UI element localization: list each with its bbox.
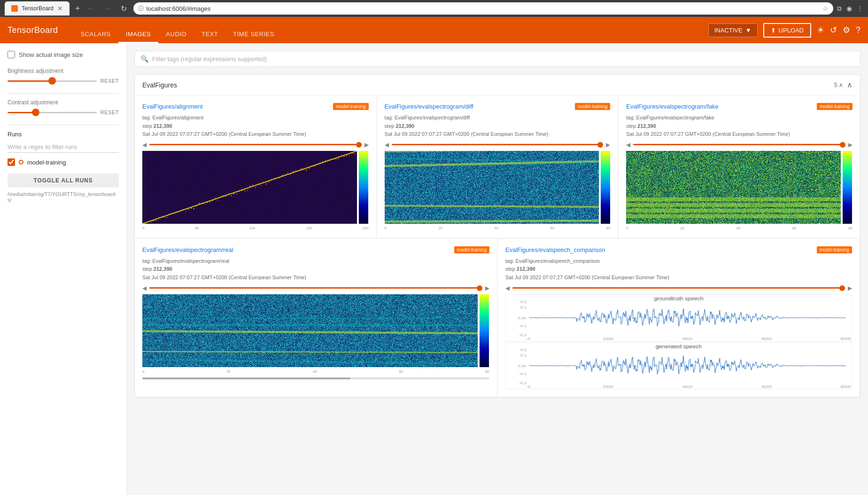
nav-tab-images[interactable]: IMAGES — [118, 31, 159, 43]
main-nav: SCALARS IMAGES AUDIO TEXT TIME SERIES — [73, 17, 282, 43]
step-slider-diff[interactable] — [392, 144, 604, 145]
security-icon: ⓘ — [138, 5, 144, 13]
upload-button[interactable]: ⬆ UPLOAD — [763, 23, 811, 38]
slider-left-arrow-speech[interactable]: ◀ — [505, 285, 510, 291]
brightness-section: Brightness adjustment RESET — [8, 68, 119, 84]
show-image-size-checkbox[interactable] — [8, 51, 15, 58]
badge-speech: model-training — [817, 246, 852, 253]
sidebar: Show actual image size Brightness adjust… — [0, 43, 127, 495]
waveform-generated-canvas — [505, 342, 852, 389]
runs-filter-input[interactable] — [8, 141, 119, 153]
menu-icon[interactable]: ⋮ — [857, 5, 863, 12]
run-checkbox-model-training[interactable] — [8, 158, 15, 166]
diff-axis-bottom: 020406080 — [385, 226, 611, 230]
card-header-diff: model-training EvalFigures/evalspectrogr… — [385, 103, 611, 110]
tab-close-button[interactable]: ✕ — [57, 5, 63, 12]
theme-toggle-icon[interactable]: ☀ — [817, 25, 824, 35]
reload-button[interactable]: ↻ — [118, 3, 130, 14]
new-tab-button[interactable]: + — [75, 4, 80, 14]
brightness-slider[interactable] — [8, 80, 97, 82]
divider-1 — [8, 93, 119, 94]
alignment-axis-bottom: 050100150200 — [142, 226, 369, 230]
settings-icon[interactable]: ⚙ — [843, 25, 850, 35]
card-slider-row-speech: ◀ ▶ — [505, 285, 852, 291]
eval-figures-section: EvalFigures 5 ∧ ∧ model-training EvalFig… — [134, 74, 860, 398]
real-colorbar — [480, 294, 489, 369]
contrast-slider[interactable] — [8, 112, 97, 113]
help-icon[interactable]: ? — [856, 25, 860, 35]
filter-search-icon: 🔍 — [140, 55, 148, 63]
nav-tab-text[interactable]: TEXT — [194, 31, 225, 43]
step-slider-alignment[interactable] — [149, 144, 362, 145]
runs-section: Runs model-training TOGGLE ALL RUNS /med… — [8, 131, 119, 203]
slider-left-arrow-real[interactable]: ◀ — [142, 285, 147, 291]
fake-canvas — [626, 151, 841, 224]
card-title-speech[interactable]: EvalFigures/evalspeech_comparison — [505, 246, 852, 253]
profile-icon[interactable]: ◉ — [846, 5, 852, 12]
inactive-dropdown[interactable]: INACTIVE ▼ — [708, 24, 758, 37]
step-slider-speech[interactable] — [512, 287, 845, 289]
contrast-reset-button[interactable]: RESET — [101, 110, 119, 115]
filter-input[interactable] — [152, 55, 854, 63]
nav-tab-timeseries[interactable]: TIME SERIES — [225, 31, 282, 43]
refresh-icon[interactable]: ↺ — [830, 25, 837, 35]
image-card-speech: model-training EvalFigures/evalspeech_co… — [497, 239, 860, 397]
browser-nav-controls: ← → ↻ — [84, 3, 130, 14]
image-row-2: model-training EvalFigures/evalspectrogr… — [135, 239, 860, 397]
brightness-label: Brightness adjustment — [8, 68, 119, 74]
runs-title: Runs — [8, 131, 119, 138]
extensions-icon[interactable]: ⧉ — [837, 5, 842, 13]
alignment-colorbar — [359, 151, 369, 225]
slider-right-arrow-real[interactable]: ▶ — [485, 285, 489, 291]
slider-right-arrow-speech[interactable]: ▶ — [848, 285, 852, 291]
nav-tab-scalars[interactable]: SCALARS — [73, 31, 118, 43]
nav-tab-audio[interactable]: AUDIO — [158, 31, 194, 43]
fake-colorbar-canvas — [843, 151, 852, 224]
image-card-real: model-training EvalFigures/evalspectrogr… — [135, 239, 497, 397]
step-slider-fake[interactable] — [633, 144, 845, 145]
toggle-all-runs-button[interactable]: TOGGLE ALL RUNS — [8, 173, 119, 188]
divider-2 — [8, 125, 119, 125]
bookmark-icon[interactable]: ☆ — [822, 5, 829, 12]
image-row-1: model-training EvalFigures/alignment tag… — [135, 95, 860, 239]
section-collapse-button[interactable]: ∧ — [847, 80, 852, 89]
brightness-slider-row: RESET — [8, 78, 119, 84]
waveform-groundtruth-canvas — [505, 294, 852, 341]
real-scrollbar — [142, 377, 489, 379]
address-bar[interactable]: ⓘ localhost:6006/#images ☆ — [133, 2, 833, 15]
real-canvas — [142, 294, 478, 367]
badge-fake: model-training — [817, 103, 852, 110]
image-card-fake: model-training EvalFigures/evalspectrogr… — [618, 95, 860, 238]
card-header-fake: model-training EvalFigures/evalspectrogr… — [626, 103, 852, 110]
slider-right-arrow-diff[interactable]: ▶ — [606, 141, 610, 148]
real-image-container — [142, 294, 489, 369]
slider-left-arrow-alignment[interactable]: ◀ — [142, 141, 147, 148]
image-card-diff: model-training EvalFigures/evalspectrogr… — [377, 95, 619, 238]
slider-right-arrow-alignment[interactable]: ▶ — [364, 141, 369, 148]
run-color-dot — [19, 160, 23, 165]
back-button[interactable]: ← — [84, 3, 97, 14]
step-slider-real[interactable] — [149, 287, 482, 289]
filter-bar: 🔍 — [134, 51, 860, 67]
card-header-alignment: model-training EvalFigures/alignment — [142, 103, 369, 110]
badge-real: model-training — [454, 246, 489, 253]
app-header: TensorBoard SCALARS IMAGES AUDIO TEXT TI… — [0, 17, 868, 43]
browser-tab[interactable]: TensorBoard ✕ — [5, 1, 70, 16]
diff-canvas — [385, 151, 599, 224]
card-slider-row-diff: ◀ ▶ — [385, 141, 611, 148]
badge-diff: model-training — [575, 103, 610, 110]
brightness-reset-button[interactable]: RESET — [101, 78, 119, 84]
app-logo: TensorBoard — [8, 25, 58, 35]
slider-left-arrow-fake[interactable]: ◀ — [626, 141, 630, 148]
card-slider-row-fake: ◀ ▶ — [626, 141, 852, 148]
upload-icon: ⬆ — [771, 27, 776, 34]
dropdown-chevron-icon: ▼ — [745, 27, 752, 34]
slider-right-arrow-fake[interactable]: ▶ — [848, 141, 852, 148]
card-meta-alignment: tag: EvalFigures/alignment step 212,390 … — [142, 114, 369, 139]
forward-button[interactable]: → — [101, 3, 114, 14]
browser-action-buttons: ⧉ ◉ ⋮ — [837, 5, 863, 13]
section-controls: 5 ∧ ∧ — [834, 80, 852, 89]
contrast-slider-row: RESET — [8, 110, 119, 115]
slider-left-arrow-diff[interactable]: ◀ — [385, 141, 389, 148]
card-title-real[interactable]: EvalFigures/evalspectrogram/real — [142, 246, 489, 253]
